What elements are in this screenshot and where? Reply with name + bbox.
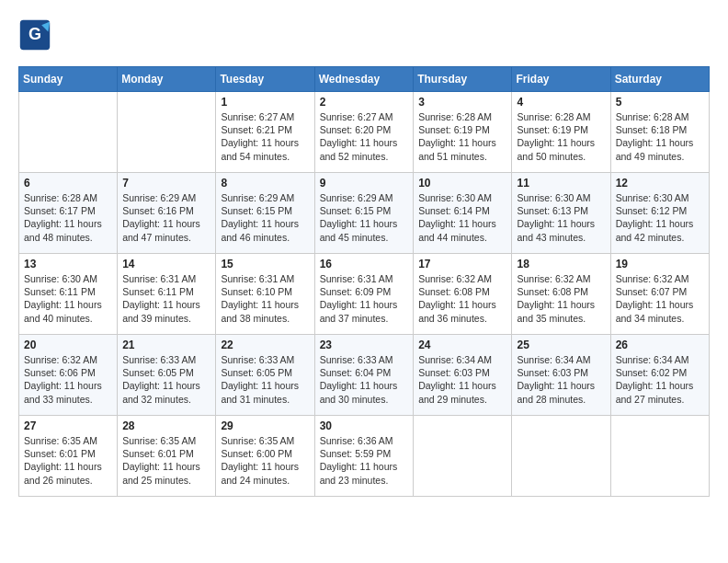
calendar-cell <box>414 416 512 497</box>
day-detail: Sunrise: 6:34 AM Sunset: 6:03 PM Dayligh… <box>418 353 506 406</box>
day-number: 12 <box>616 177 704 190</box>
calendar-cell: 3Sunrise: 6:28 AM Sunset: 6:19 PM Daylig… <box>414 92 512 173</box>
calendar-cell <box>610 416 709 497</box>
day-detail: Sunrise: 6:27 AM Sunset: 6:21 PM Dayligh… <box>221 110 309 163</box>
day-number: 7 <box>122 177 210 190</box>
day-detail: Sunrise: 6:28 AM Sunset: 6:17 PM Dayligh… <box>24 191 112 244</box>
calendar-cell: 27Sunrise: 6:35 AM Sunset: 6:01 PM Dayli… <box>19 416 118 497</box>
day-number: 21 <box>122 339 210 351</box>
day-detail: Sunrise: 6:31 AM Sunset: 6:11 PM Dayligh… <box>122 272 210 325</box>
day-detail: Sunrise: 6:32 AM Sunset: 6:06 PM Dayligh… <box>24 353 112 406</box>
day-number: 10 <box>418 177 506 190</box>
day-detail: Sunrise: 6:28 AM Sunset: 6:19 PM Dayligh… <box>418 110 506 163</box>
day-number: 29 <box>221 419 309 432</box>
day-number: 13 <box>24 258 112 270</box>
col-header-sunday: Sunday <box>19 67 118 92</box>
col-header-tuesday: Tuesday <box>216 67 314 92</box>
day-number: 2 <box>320 96 409 109</box>
day-number: 24 <box>418 339 506 351</box>
calendar-cell: 14Sunrise: 6:31 AM Sunset: 6:11 PM Dayli… <box>118 254 216 335</box>
day-number: 28 <box>122 419 210 432</box>
calendar-week-1: 1Sunrise: 6:27 AM Sunset: 6:21 PM Daylig… <box>19 92 710 173</box>
day-number: 14 <box>122 258 210 270</box>
calendar-cell <box>118 92 216 173</box>
day-detail: Sunrise: 6:28 AM Sunset: 6:18 PM Dayligh… <box>616 110 704 163</box>
calendar-cell: 6Sunrise: 6:28 AM Sunset: 6:17 PM Daylig… <box>19 173 118 254</box>
day-detail: Sunrise: 6:30 AM Sunset: 6:14 PM Dayligh… <box>418 191 506 244</box>
logo-icon: G <box>18 18 51 52</box>
calendar-week-4: 20Sunrise: 6:32 AM Sunset: 6:06 PM Dayli… <box>19 335 710 416</box>
calendar-cell: 22Sunrise: 6:33 AM Sunset: 6:05 PM Dayli… <box>216 335 314 416</box>
calendar-cell: 23Sunrise: 6:33 AM Sunset: 6:04 PM Dayli… <box>314 335 414 416</box>
calendar-cell: 10Sunrise: 6:30 AM Sunset: 6:14 PM Dayli… <box>414 173 512 254</box>
calendar-cell: 21Sunrise: 6:33 AM Sunset: 6:05 PM Dayli… <box>118 335 216 416</box>
calendar-cell: 13Sunrise: 6:30 AM Sunset: 6:11 PM Dayli… <box>19 254 118 335</box>
day-detail: Sunrise: 6:31 AM Sunset: 6:10 PM Dayligh… <box>221 272 309 325</box>
day-number: 20 <box>24 339 112 351</box>
day-detail: Sunrise: 6:33 AM Sunset: 6:05 PM Dayligh… <box>122 353 210 406</box>
day-number: 9 <box>320 177 409 190</box>
day-detail: Sunrise: 6:35 AM Sunset: 6:01 PM Dayligh… <box>122 434 210 487</box>
day-detail: Sunrise: 6:29 AM Sunset: 6:15 PM Dayligh… <box>320 191 409 244</box>
day-detail: Sunrise: 6:33 AM Sunset: 6:04 PM Dayligh… <box>320 353 409 406</box>
day-number: 16 <box>320 258 409 270</box>
day-number: 17 <box>418 258 506 270</box>
calendar-week-3: 13Sunrise: 6:30 AM Sunset: 6:11 PM Dayli… <box>19 254 710 335</box>
day-number: 25 <box>517 339 605 351</box>
col-header-saturday: Saturday <box>610 67 709 92</box>
calendar-cell: 5Sunrise: 6:28 AM Sunset: 6:18 PM Daylig… <box>610 92 709 173</box>
day-detail: Sunrise: 6:36 AM Sunset: 5:59 PM Dayligh… <box>320 434 409 487</box>
calendar-week-2: 6Sunrise: 6:28 AM Sunset: 6:17 PM Daylig… <box>19 173 710 254</box>
logo: G <box>18 18 55 52</box>
day-number: 4 <box>517 96 605 109</box>
calendar-cell: 1Sunrise: 6:27 AM Sunset: 6:21 PM Daylig… <box>216 92 314 173</box>
day-number: 27 <box>24 419 112 432</box>
day-number: 8 <box>221 177 309 190</box>
calendar-cell <box>19 92 118 173</box>
day-detail: Sunrise: 6:33 AM Sunset: 6:05 PM Dayligh… <box>221 353 309 406</box>
calendar-cell: 19Sunrise: 6:32 AM Sunset: 6:07 PM Dayli… <box>610 254 709 335</box>
day-number: 22 <box>221 339 309 351</box>
calendar-cell: 2Sunrise: 6:27 AM Sunset: 6:20 PM Daylig… <box>314 92 414 173</box>
day-number: 26 <box>616 339 704 351</box>
day-detail: Sunrise: 6:31 AM Sunset: 6:09 PM Dayligh… <box>320 272 409 325</box>
day-detail: Sunrise: 6:27 AM Sunset: 6:20 PM Dayligh… <box>320 110 409 163</box>
calendar-header-row: SundayMondayTuesdayWednesdayThursdayFrid… <box>19 67 710 92</box>
calendar-cell: 18Sunrise: 6:32 AM Sunset: 6:08 PM Dayli… <box>512 254 610 335</box>
day-number: 5 <box>616 96 704 109</box>
calendar-cell: 17Sunrise: 6:32 AM Sunset: 6:08 PM Dayli… <box>414 254 512 335</box>
calendar-cell: 11Sunrise: 6:30 AM Sunset: 6:13 PM Dayli… <box>512 173 610 254</box>
day-detail: Sunrise: 6:30 AM Sunset: 6:12 PM Dayligh… <box>616 191 704 244</box>
day-number: 19 <box>616 258 704 270</box>
day-detail: Sunrise: 6:29 AM Sunset: 6:15 PM Dayligh… <box>221 191 309 244</box>
day-number: 3 <box>418 96 506 109</box>
day-number: 18 <box>517 258 605 270</box>
calendar-cell: 12Sunrise: 6:30 AM Sunset: 6:12 PM Dayli… <box>610 173 709 254</box>
calendar-cell <box>512 416 610 497</box>
calendar-cell: 4Sunrise: 6:28 AM Sunset: 6:19 PM Daylig… <box>512 92 610 173</box>
calendar-cell: 26Sunrise: 6:34 AM Sunset: 6:02 PM Dayli… <box>610 335 709 416</box>
calendar-cell: 16Sunrise: 6:31 AM Sunset: 6:09 PM Dayli… <box>314 254 414 335</box>
svg-text:G: G <box>28 25 41 43</box>
calendar-cell: 20Sunrise: 6:32 AM Sunset: 6:06 PM Dayli… <box>19 335 118 416</box>
day-detail: Sunrise: 6:35 AM Sunset: 6:01 PM Dayligh… <box>24 434 112 487</box>
day-number: 6 <box>24 177 112 190</box>
day-detail: Sunrise: 6:34 AM Sunset: 6:02 PM Dayligh… <box>616 353 704 406</box>
calendar-cell: 7Sunrise: 6:29 AM Sunset: 6:16 PM Daylig… <box>118 173 216 254</box>
calendar-cell: 29Sunrise: 6:35 AM Sunset: 6:00 PM Dayli… <box>216 416 314 497</box>
day-number: 11 <box>517 177 605 190</box>
day-detail: Sunrise: 6:32 AM Sunset: 6:08 PM Dayligh… <box>517 272 605 325</box>
day-detail: Sunrise: 6:29 AM Sunset: 6:16 PM Dayligh… <box>122 191 210 244</box>
col-header-wednesday: Wednesday <box>314 67 414 92</box>
day-detail: Sunrise: 6:32 AM Sunset: 6:08 PM Dayligh… <box>418 272 506 325</box>
calendar-week-5: 27Sunrise: 6:35 AM Sunset: 6:01 PM Dayli… <box>19 416 710 497</box>
calendar-cell: 24Sunrise: 6:34 AM Sunset: 6:03 PM Dayli… <box>414 335 512 416</box>
calendar-cell: 28Sunrise: 6:35 AM Sunset: 6:01 PM Dayli… <box>118 416 216 497</box>
day-number: 1 <box>221 96 309 109</box>
day-number: 15 <box>221 258 309 270</box>
calendar-cell: 25Sunrise: 6:34 AM Sunset: 6:03 PM Dayli… <box>512 335 610 416</box>
calendar-cell: 9Sunrise: 6:29 AM Sunset: 6:15 PM Daylig… <box>314 173 414 254</box>
day-detail: Sunrise: 6:30 AM Sunset: 6:13 PM Dayligh… <box>517 191 605 244</box>
page-header: G <box>18 18 710 52</box>
day-detail: Sunrise: 6:35 AM Sunset: 6:00 PM Dayligh… <box>221 434 309 487</box>
